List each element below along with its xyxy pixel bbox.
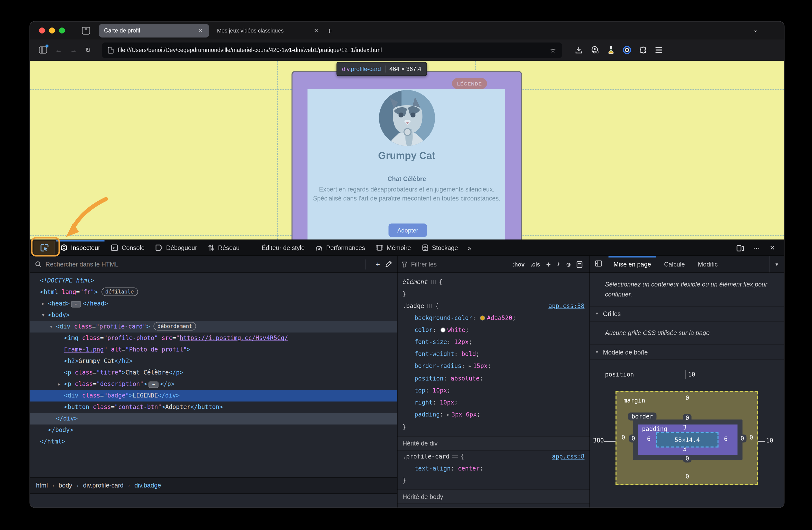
padding-right[interactable]: 6 <box>724 435 727 443</box>
devtools-tab-debogueur[interactable]: Débogueur <box>150 240 203 256</box>
close-window-button[interactable] <box>39 28 45 33</box>
breadcrumb-item[interactable]: div.badge <box>134 482 161 489</box>
markup-row[interactable]: ▼<body> <box>30 310 397 321</box>
flask-icon[interactable] <box>607 46 614 54</box>
menu-icon[interactable] <box>655 47 662 53</box>
expand-arrow-closed-icon[interactable]: ▶ <box>42 298 48 310</box>
tab-calcule[interactable]: Calculé <box>657 256 691 272</box>
margin-right[interactable]: 0 <box>750 434 753 441</box>
expand-arrow-open-icon[interactable]: ▼ <box>42 310 48 321</box>
contrast-icon[interactable]: ◑ <box>566 260 570 268</box>
url-text[interactable]: file:///Users/benoit/Dev/cegepdrummondvi… <box>118 47 545 53</box>
pseudo-hov-button[interactable]: :hov <box>512 261 525 267</box>
position-left-value[interactable]: 380 <box>593 437 604 444</box>
border-top[interactable]: 0 <box>683 414 692 422</box>
minimize-window-button[interactable] <box>49 28 55 33</box>
more-tabs-icon[interactable]: » <box>464 244 475 252</box>
add-node-icon[interactable]: + <box>371 260 385 269</box>
css-declaration[interactable]: font-size: 12px; <box>397 336 590 348</box>
devtools-tab-reseau[interactable]: Réseau <box>203 240 245 256</box>
expand-sidebar-icon[interactable] <box>590 260 607 268</box>
markup-row[interactable]: <p class="titre">Chat Célèbre</p> <box>30 367 397 378</box>
border-left[interactable]: 0 <box>629 434 638 443</box>
padding-left[interactable]: 6 <box>647 435 651 443</box>
css-declaration[interactable]: top: 10px; <box>397 385 590 397</box>
devtools-tab-editeur[interactable]: Éditeur de style <box>245 240 310 256</box>
margin-bottom[interactable]: 0 <box>685 473 689 480</box>
box-model-padding[interactable]: padding 3 6 6 3 58×14.4 <box>638 425 738 455</box>
position-top-value[interactable]: 10 <box>688 371 695 378</box>
border-bottom[interactable]: 0 <box>683 455 692 462</box>
markup-row[interactable]: Frame-1.png" alt="Photo de profil"> <box>30 344 397 356</box>
markup-row[interactable]: <div class="badge">LÉGENDE</div> <box>30 390 397 401</box>
back-icon[interactable]: ← <box>55 46 62 54</box>
devtools-tab-memoire[interactable]: Mémoire <box>371 240 416 256</box>
markup-row[interactable]: <html lang="fr">défilable <box>30 286 397 298</box>
extension-icon[interactable] <box>639 46 647 54</box>
css-declaration[interactable]: right: 10px; <box>397 397 590 409</box>
markup-row[interactable]: ▶<p class="description">⋯</p> <box>30 378 397 390</box>
padding-top[interactable]: 3 <box>683 424 686 431</box>
devtools-menu-icon[interactable]: ⋯ <box>753 244 760 252</box>
css-declaration[interactable]: border-radius: ▶15px; <box>397 360 590 372</box>
account-icon[interactable] <box>591 46 599 54</box>
stylesheet-link[interactable]: app.css:8 <box>552 450 584 462</box>
markup-row[interactable]: <button class="contact-btn">Adopter</but… <box>30 401 397 413</box>
tab-modifications[interactable]: Modific <box>692 256 724 272</box>
html-search-bar[interactable]: Rechercher dans le HTML + <box>30 256 397 273</box>
print-sim-icon[interactable] <box>577 261 582 268</box>
markup-row[interactable]: <!DOCTYPE html> <box>30 275 397 286</box>
css-declaration[interactable]: text-align: center; <box>397 462 590 474</box>
breadcrumb-item[interactable]: html <box>36 482 48 489</box>
expand-arrow-open-icon[interactable]: ▼ <box>50 321 56 332</box>
box-model-margin[interactable]: margin 0 0 0 0 border 0 0 0 0 <box>615 391 758 485</box>
list-all-tabs-icon[interactable]: ⌄ <box>753 27 758 33</box>
bookmark-star-icon[interactable]: ☆ <box>550 46 556 54</box>
inline-ellipsis-icon[interactable]: ⋯ <box>71 301 81 307</box>
devtools-tab-inspecteur[interactable]: Inspecteur <box>55 240 106 256</box>
color-swatch[interactable] <box>440 328 445 332</box>
box-model-border[interactable]: border 0 0 0 0 padding 3 6 6 <box>633 419 742 460</box>
css-declaration[interactable]: position: absolute; <box>397 372 590 385</box>
rule-selector[interactable]: élément <box>403 278 428 286</box>
margin-left[interactable]: 0 <box>622 434 625 441</box>
pseudo-cls-button[interactable]: .cls <box>531 261 540 267</box>
download-icon[interactable] <box>575 46 582 54</box>
close-tab-icon[interactable]: ✕ <box>313 27 319 34</box>
css-declaration[interactable]: color: white; <box>397 324 590 336</box>
forward-icon[interactable]: → <box>70 46 77 54</box>
sidebar-tabs-dropdown-icon[interactable]: ▼ <box>769 256 784 272</box>
color-swatch[interactable] <box>480 315 485 320</box>
box-model-content[interactable]: 58×14.4 <box>656 432 719 447</box>
browser-tab[interactable]: Mes jeux vidéos classiques ✕ <box>217 27 319 34</box>
css-declaration[interactable]: padding: ▶3px 6px; <box>397 409 590 421</box>
markup-row[interactable]: ▶<head>⋯</head> <box>30 298 397 310</box>
close-tab-icon[interactable]: ✕ <box>198 27 204 34</box>
maximize-window-button[interactable] <box>59 28 65 33</box>
css-declaration[interactable]: background-color: #daa520; <box>397 312 590 324</box>
breadcrumb-item[interactable]: body <box>59 482 72 489</box>
eyedropper-icon[interactable] <box>385 260 392 268</box>
sidebar-toggle-icon[interactable] <box>39 46 47 54</box>
markup-row[interactable]: </html> <box>30 436 397 447</box>
rule-selector[interactable]: .badge <box>403 302 424 310</box>
browser-tab-active[interactable]: Carte de profil ✕ <box>99 24 209 37</box>
reload-icon[interactable]: ↻ <box>85 46 91 54</box>
devtools-tab-console[interactable]: Console <box>106 240 150 256</box>
position-right-value[interactable]: 10 <box>766 437 773 444</box>
grids-section-header[interactable]: ▼ Grilles <box>590 306 784 321</box>
css-declaration[interactable]: font-weight: bold; <box>397 348 590 360</box>
devtools-tab-performances[interactable]: Performances <box>310 240 371 256</box>
markup-row[interactable]: </div> <box>30 413 397 425</box>
inline-ellipsis-icon[interactable]: ⋯ <box>148 382 159 388</box>
new-tab-button[interactable]: + <box>328 26 332 35</box>
expand-arrow-closed-icon[interactable]: ▶ <box>58 378 64 390</box>
onepassword-icon[interactable] <box>623 46 631 54</box>
responsive-mode-icon[interactable] <box>737 244 744 252</box>
markup-row[interactable]: ▼<div class="profile-card">débordement <box>30 321 397 332</box>
margin-top[interactable]: 0 <box>685 395 689 401</box>
adopt-button[interactable]: Adopter <box>389 224 427 237</box>
close-devtools-icon[interactable]: ✕ <box>769 244 775 252</box>
url-bar[interactable]: file:///Users/benoit/Dev/cegepdrummondvi… <box>102 42 562 58</box>
expand-value-icon[interactable]: ▶ <box>469 364 471 369</box>
